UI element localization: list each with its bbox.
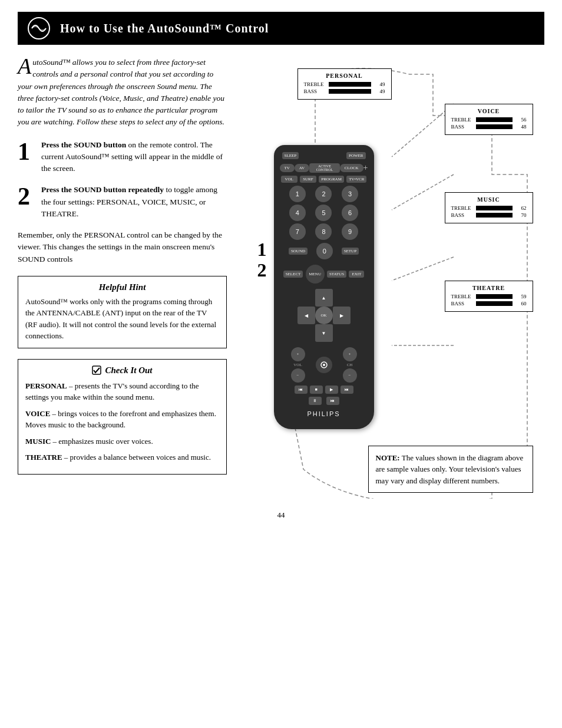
vol-group: + VOL −	[291, 347, 305, 383]
setup-button[interactable]: SETUP	[342, 248, 359, 255]
fast-forward-button[interactable]: ⏭	[340, 386, 353, 394]
page-number: 44	[18, 510, 544, 520]
theatre-bass-label: BASS	[451, 301, 474, 307]
nav-ok[interactable]: OK	[315, 307, 333, 324]
music-bass-fill	[476, 213, 507, 218]
number-grid: 1 2 3 4 5 6 7 8 9	[280, 186, 368, 240]
ch-minus[interactable]: −	[343, 368, 357, 383]
note-bold: NOTE:	[376, 453, 400, 462]
theatre-bass-fill	[476, 301, 503, 306]
note-box: NOTE: The values shown in the diagram ab…	[368, 446, 533, 493]
av-button[interactable]: AV	[295, 164, 309, 172]
check-personal: PERSONAL – presents the TV's sound accor…	[25, 380, 219, 403]
exit-button[interactable]: EXIT	[349, 271, 364, 278]
helpful-hint-text: AutoSound™ works only with the programs …	[25, 296, 219, 342]
num-4[interactable]: 4	[289, 205, 306, 221]
tv-button[interactable]: TV	[280, 164, 295, 172]
personal-preset-box: PERSONAL TREBLE 49 BASS 49	[297, 68, 392, 100]
nav-corner-tr	[333, 289, 351, 307]
music-bass-bar	[476, 213, 513, 218]
sleep-button[interactable]: SLEEP	[282, 152, 299, 159]
rewind-button[interactable]: ⏮	[295, 386, 308, 394]
program-button[interactable]: PROGRAM	[319, 176, 344, 183]
num-0[interactable]: 0	[316, 243, 333, 259]
vol-button[interactable]: VOL	[281, 176, 297, 183]
surf-button[interactable]: SURF	[300, 176, 316, 183]
num-9[interactable]: 9	[342, 223, 358, 240]
num-2[interactable]: 2	[315, 186, 332, 202]
music-title: MUSIC	[451, 196, 527, 203]
tv-vcr-button[interactable]: TV•VCR	[346, 176, 366, 183]
theatre-bass-value: 60	[515, 301, 527, 307]
menu-row: SELECT MENU STATUS EXIT	[280, 265, 368, 284]
num-7[interactable]: 7	[289, 223, 306, 240]
menu-button[interactable]: MENU	[306, 265, 325, 284]
center-action-btn[interactable]	[316, 357, 332, 373]
vol-plus[interactable]: +	[291, 347, 305, 361]
theatre-treble-row: TREBLE 59	[451, 294, 527, 299]
nav-cross: ▲ ◀ OK ▶ ▼	[297, 289, 351, 342]
nav-down[interactable]: ▼	[315, 324, 333, 342]
step-1-number: 1	[18, 139, 34, 175]
nav-corner-bl	[297, 324, 315, 342]
theatre-bass-row: BASS 60	[451, 301, 527, 307]
pause-button[interactable]: ⏸	[309, 397, 322, 405]
voice-treble-label: TREBLE	[451, 117, 474, 123]
status-button[interactable]: STATUS	[327, 271, 346, 278]
sound-row: SOUND 0 SETUP	[280, 243, 368, 259]
personal-bass-label: BASS	[304, 88, 326, 94]
step-1-content: Press the SOUND button on the remote con…	[41, 139, 227, 175]
voice-preset-box: VOICE TREBLE 56 BASS 48	[445, 104, 533, 135]
personal-treble-bar	[329, 82, 371, 87]
check-it-out-box: Check It Out PERSONAL – presents the TV'…	[18, 359, 227, 475]
vol-ch-row: + VOL − + CH −	[280, 347, 368, 383]
play-button[interactable]: ▶	[325, 386, 338, 394]
music-treble-row: TREBLE 62	[451, 205, 527, 211]
num-3[interactable]: 3	[342, 186, 358, 202]
step-2-number: 2	[18, 184, 34, 220]
step-1: 1 Press the SOUND button on the remote c…	[18, 139, 227, 175]
voice-bass-row: BASS 48	[451, 124, 527, 130]
stop-button[interactable]: ■	[310, 386, 323, 394]
check-it-out-title: Check It Out	[25, 365, 219, 375]
personal-bass-value: 49	[373, 88, 385, 94]
num-6[interactable]: 6	[342, 205, 358, 221]
transport-row: ⏮ ■ ▶ ⏭	[280, 386, 368, 394]
personal-treble-value: 49	[373, 81, 385, 87]
voice-bass-fill	[476, 124, 497, 129]
remote-top-row: SLEEP POWER	[280, 152, 368, 159]
step-1-bold: Press the SOUND button	[41, 140, 126, 149]
music-treble-label: TREBLE	[451, 205, 474, 211]
skip-button[interactable]: ⏭	[326, 397, 339, 405]
select-button[interactable]: SELECT	[283, 271, 303, 278]
theatre-treble-value: 59	[515, 294, 527, 299]
action-icon	[320, 361, 328, 369]
active-control-button[interactable]: ACTIVE CONTROL	[309, 163, 340, 173]
check-voice: VOICE – brings voices to the forefront a…	[25, 408, 219, 431]
num-8[interactable]: 8	[315, 223, 332, 240]
sound-wave-icon	[27, 17, 51, 40]
personal-bass-row: BASS 49	[304, 88, 385, 94]
ch-plus[interactable]: +	[343, 347, 357, 361]
step-2: 2 Press the SOUND button repeatedly to t…	[18, 184, 227, 220]
music-treble-value: 62	[515, 205, 527, 211]
remember-text: Remember, only the PERSONAL control can …	[18, 229, 227, 265]
theatre-treble-label: TREBLE	[451, 294, 474, 299]
check-music: MUSIC – emphasizes music over voices.	[25, 436, 219, 447]
nav-left[interactable]: ◀	[297, 307, 315, 324]
music-bass-label: BASS	[451, 212, 474, 218]
power-button[interactable]: POWER	[346, 152, 366, 159]
clock-button[interactable]: CLOCK	[340, 164, 363, 172]
music-bass-value: 70	[515, 212, 527, 218]
ch-label: CH	[347, 363, 353, 367]
nav-right[interactable]: ▶	[333, 307, 351, 324]
num-5[interactable]: 5	[315, 205, 332, 221]
theatre-preset-box: THEATRE TREBLE 59 BASS 60	[445, 281, 533, 312]
philips-logo: PHILIPS	[307, 410, 340, 417]
num-1[interactable]: 1	[289, 186, 306, 202]
checkbox-icon	[92, 365, 101, 375]
vol-minus[interactable]: −	[291, 368, 305, 383]
plus-icon: +	[363, 163, 368, 173]
sound-button[interactable]: SOUND	[289, 248, 308, 255]
nav-up[interactable]: ▲	[315, 289, 333, 307]
